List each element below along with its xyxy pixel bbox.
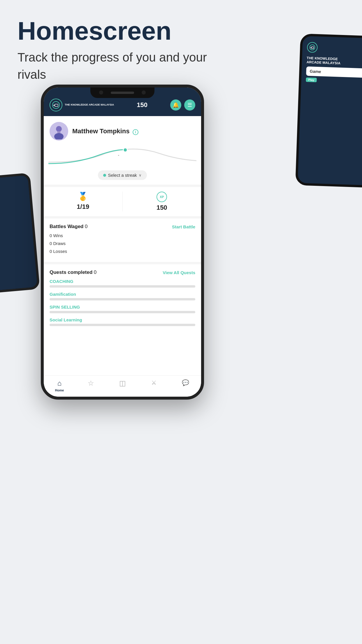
streak-dot <box>103 174 106 177</box>
battles-title-row: Battles Waged 0 <box>50 224 87 230</box>
quest-item-2[interactable]: SPIN SELLING <box>50 304 195 313</box>
main-phone: THE KNOWLEDGE ARCADE MALAYSIA 150 🔔 ☰ <box>41 85 204 400</box>
quest-bar-bg-0 <box>50 285 195 288</box>
view-all-quests-link[interactable]: View All Quests <box>163 270 195 275</box>
svg-rect-9 <box>57 131 61 133</box>
start-battle-link[interactable]: Start Battle <box>172 224 195 229</box>
leaderboard-icon: ☆ <box>88 379 94 387</box>
bg-title: THE KNOWLEDGEARCADE MALAYSIA <box>307 56 362 67</box>
rank-icon: 🥇 <box>78 192 88 201</box>
streak-row: Select a streak ∨ <box>50 170 195 180</box>
stats-row: 🥇 1/19 XP 150 <box>44 187 201 216</box>
page-title: Homescreen <box>17 18 216 44</box>
quests-section: Quests completed 0 View All Quests COACH… <box>44 264 201 375</box>
page-subtitle: Track the progress of you and your rival… <box>17 49 216 83</box>
menu-icon: ☰ <box>187 102 192 108</box>
chart-dot-label: - <box>118 153 119 157</box>
draws-stat: 0 Draws <box>50 241 195 246</box>
battles-icon: ⚔ <box>151 379 157 386</box>
quest-bar-bg-3 <box>50 324 195 326</box>
app-logo: THE KNOWLEDGE ARCADE MALAYSIA <box>50 99 114 111</box>
quest-name-0: COACHING <box>50 279 195 284</box>
quest-name-3: Social Learning <box>50 317 195 322</box>
svg-point-10 <box>123 148 127 152</box>
rank-stat: 🥇 1/19 <box>44 192 122 211</box>
quests-count: 0 <box>94 270 96 275</box>
chevron-down-icon: ∨ <box>139 173 142 177</box>
nav-battles[interactable]: ⚔ <box>138 379 170 392</box>
svg-rect-1 <box>311 47 314 48</box>
streak-label: Select a streak <box>108 173 137 178</box>
quest-item-1[interactable]: Gamification <box>50 292 195 300</box>
svg-point-5 <box>53 105 55 106</box>
losses-stat: 0 Losses <box>50 249 195 254</box>
nav-home-label: Home <box>55 388 64 392</box>
quests-header: Quests completed 0 View All Quests <box>50 270 195 275</box>
nav-leaderboard[interactable]: ☆ <box>75 379 107 392</box>
header-score: 150 <box>137 101 147 109</box>
header-icons: 🔔 ☰ <box>170 99 195 111</box>
bottom-nav: ⌂ Home ☆ ◫ ⚔ 💬 <box>44 375 201 397</box>
bg-badge: Play <box>306 78 317 82</box>
svg-point-7 <box>56 126 62 132</box>
quest-item-3[interactable]: Social Learning <box>50 317 195 326</box>
profile-card: Matthew Tompkins i - <box>44 116 201 185</box>
profile-name-row: Matthew Tompkins i <box>72 127 138 135</box>
bell-icon: 🔔 <box>173 102 179 108</box>
notch-camera-left <box>99 90 103 94</box>
rank-value: 1/19 <box>77 203 89 211</box>
library-icon: ◫ <box>119 379 126 387</box>
nav-chat[interactable]: 💬 <box>170 379 201 392</box>
quests-title-row: Quests completed 0 <box>50 270 96 275</box>
app-name: THE KNOWLEDGE ARCADE MALAYSIA <box>65 103 114 107</box>
avatar <box>50 122 68 141</box>
quest-list: COACHING Gamification SPIN SELLING Socia… <box>50 279 195 326</box>
home-icon: ⌂ <box>57 379 62 387</box>
notch-bar <box>111 92 134 94</box>
nav-home[interactable]: ⌂ Home <box>44 379 75 392</box>
battles-title: Battles Waged <box>50 224 84 229</box>
quests-title: Quests completed <box>50 270 92 275</box>
notch-camera-right <box>142 90 146 94</box>
profile-chart: - <box>48 145 196 168</box>
xp-icon: XP <box>157 192 167 202</box>
xp-value: 150 <box>157 204 167 211</box>
phone-notch <box>90 88 154 98</box>
quest-bar-bg-1 <box>50 298 195 300</box>
menu-button[interactable]: ☰ <box>184 99 195 111</box>
nav-library[interactable]: ◫ <box>107 379 138 392</box>
profile-name: Matthew Tompkins <box>72 127 129 135</box>
chat-icon: 💬 <box>182 379 189 386</box>
battles-section: Battles Waged 0 Start Battle 0 Wins 0 Dr… <box>44 218 201 262</box>
bg-game: Game <box>306 66 362 78</box>
quest-item-0[interactable]: COACHING <box>50 279 195 288</box>
svg-point-2 <box>310 47 311 48</box>
background-phone-right: THE KNOWLEDGEARCADE MALAYSIA Game Play <box>295 34 362 188</box>
wins-stat: 0 Wins <box>50 233 195 238</box>
quest-bar-bg-2 <box>50 311 195 313</box>
bg-logo <box>307 42 318 53</box>
logo-circle <box>50 99 62 111</box>
streak-button[interactable]: Select a streak ∨ <box>98 170 147 180</box>
bell-button[interactable]: 🔔 <box>170 99 181 111</box>
info-icon[interactable]: i <box>133 129 138 135</box>
battles-header: Battles Waged 0 Start Battle <box>50 224 195 230</box>
profile-row: Matthew Tompkins i <box>50 122 195 141</box>
xp-stat: XP 150 <box>123 192 201 211</box>
quest-name-1: Gamification <box>50 292 195 297</box>
page-header: Homescreen Track the progress of you and… <box>17 18 216 83</box>
svg-rect-4 <box>55 104 58 106</box>
svg-point-0 <box>310 45 315 50</box>
battles-count: 0 <box>85 224 87 229</box>
phone-screen: THE KNOWLEDGE ARCADE MALAYSIA 150 🔔 ☰ <box>44 88 201 397</box>
quest-name-2: SPIN SELLING <box>50 304 195 309</box>
